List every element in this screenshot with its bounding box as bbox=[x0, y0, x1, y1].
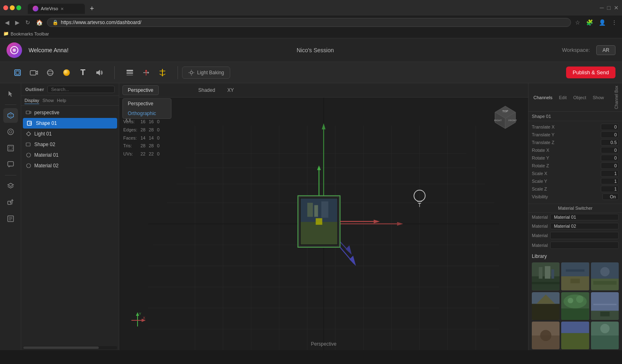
back-button[interactable]: ◀ bbox=[3, 18, 11, 27]
svg-rect-133 bbox=[561, 308, 589, 320]
viewport-canvas[interactable]: Verts: 16 16 0 Edges: 28 28 0 Faces: bbox=[119, 98, 528, 350]
sidebar-frame-icon[interactable] bbox=[3, 141, 18, 155]
outliner-item-perspective[interactable]: perspective bbox=[21, 107, 119, 118]
app-header: Welcome Anna! Nico's Session Workspace: … bbox=[0, 38, 622, 62]
svg-rect-24 bbox=[8, 145, 13, 151]
verts-c: 0 bbox=[157, 118, 163, 126]
sidebar-layers-icon[interactable] bbox=[3, 179, 18, 193]
new-tab-button[interactable]: + bbox=[87, 4, 98, 14]
light-baking-button[interactable]: Light Baking bbox=[182, 67, 230, 79]
library-thumb-8[interactable] bbox=[561, 322, 589, 349]
layers-tool-button[interactable] bbox=[122, 65, 138, 80]
outliner-tab-show[interactable]: Show bbox=[42, 97, 54, 104]
perspective-option[interactable]: Perspective bbox=[123, 99, 171, 109]
mat-value-4[interactable] bbox=[550, 242, 619, 249]
main-content: Outliner Display Show Help perspe bbox=[0, 83, 622, 350]
rotate-x-input[interactable] bbox=[601, 147, 619, 153]
library-thumb-6[interactable] bbox=[591, 292, 619, 320]
sidebar-3d-icon[interactable] bbox=[3, 108, 18, 123]
translate-x-input[interactable] bbox=[601, 124, 619, 130]
sidebar-chat-icon[interactable] bbox=[3, 157, 18, 172]
shaded-tab[interactable]: Shaded bbox=[193, 85, 220, 95]
outliner-item-material01[interactable]: Material 01 bbox=[21, 150, 119, 160]
sidebar-shape-icon[interactable] bbox=[3, 124, 18, 139]
url-bar[interactable]: 🔒 https://www.artevrso.com/dashboard/ bbox=[47, 18, 571, 27]
win-minimize[interactable]: ─ bbox=[600, 4, 604, 11]
scale-y-input[interactable] bbox=[601, 178, 619, 184]
home-button[interactable]: 🏠 bbox=[34, 18, 44, 27]
camera-tool-button[interactable] bbox=[26, 65, 42, 80]
prop-scale-y: Scale Y bbox=[532, 178, 619, 184]
translate-y-label: Translate Y bbox=[532, 132, 555, 137]
outliner-horizontal-scrollbar[interactable] bbox=[23, 346, 117, 349]
outliner-item-shape02[interactable]: Shape 02 bbox=[21, 139, 119, 150]
extensions-button[interactable]: 🧩 bbox=[584, 18, 595, 27]
svg-rect-4 bbox=[30, 71, 36, 75]
forward-button[interactable]: ▶ bbox=[13, 18, 21, 27]
translate-z-input[interactable] bbox=[601, 139, 619, 146]
outliner-tab-help[interactable]: Help bbox=[57, 97, 67, 104]
library-thumb-7[interactable] bbox=[532, 322, 560, 349]
rpanel-tab-channels[interactable]: Channels bbox=[532, 94, 554, 101]
mat-value-2[interactable]: Material 02 bbox=[550, 223, 619, 229]
mat-value-1[interactable]: Material 01 bbox=[550, 214, 619, 220]
profile-button[interactable]: 👤 bbox=[597, 18, 607, 27]
outliner-search-input[interactable] bbox=[47, 86, 115, 93]
rpanel-tab-object[interactable]: Object bbox=[571, 94, 588, 101]
library-thumb-5[interactable] bbox=[561, 292, 589, 320]
outliner-item-light01[interactable]: Light 01 bbox=[21, 129, 119, 139]
sidebar-add-icon[interactable] bbox=[3, 195, 18, 210]
library-thumb-3[interactable] bbox=[591, 262, 619, 290]
object-tool-button[interactable] bbox=[42, 65, 58, 80]
text-tool-button[interactable]: T bbox=[75, 65, 91, 80]
outliner-item-material02[interactable]: Material 02 bbox=[21, 160, 119, 171]
bookmark-button[interactable]: ☆ bbox=[573, 18, 582, 27]
outliner-item-label-perspective: perspective bbox=[34, 110, 59, 115]
library-thumb-9[interactable] bbox=[591, 322, 619, 349]
orthographic-option[interactable]: Orthographic bbox=[123, 109, 171, 118]
material-tool-button[interactable] bbox=[59, 65, 74, 80]
xy-tab[interactable]: XY bbox=[222, 85, 239, 95]
rpanel-tab-show[interactable]: Show bbox=[591, 94, 606, 101]
scale-z-input[interactable] bbox=[601, 186, 619, 192]
workspace-button[interactable]: AR bbox=[596, 45, 615, 55]
minimize-button[interactable] bbox=[10, 5, 15, 10]
library-thumb-4[interactable] bbox=[532, 292, 560, 320]
translate-z-label: Translate Z bbox=[532, 140, 554, 145]
rotate-y-input[interactable] bbox=[601, 155, 619, 161]
stats-row-tris: Tris: 28 28 0 bbox=[123, 142, 163, 150]
maximize-button[interactable] bbox=[16, 5, 21, 10]
library-thumb-1[interactable] bbox=[532, 262, 560, 290]
rotate-z-input[interactable] bbox=[601, 162, 619, 169]
toolbar-group-1: T bbox=[7, 65, 110, 80]
select-tool-button[interactable] bbox=[10, 65, 25, 80]
svg-rect-11 bbox=[127, 72, 133, 74]
svg-text:RIGHT: RIGHT bbox=[494, 119, 502, 122]
prop-rotate-y: Rotate Y bbox=[532, 155, 619, 161]
translate-y-input[interactable] bbox=[601, 131, 619, 138]
library-thumb-2[interactable] bbox=[561, 262, 589, 290]
menu-button[interactable]: ⋮ bbox=[610, 18, 619, 27]
perspective-tab[interactable]: Perspective bbox=[122, 85, 159, 95]
mat-value-3[interactable] bbox=[550, 232, 619, 239]
stats-row-faces: Faces: 14 14 0 bbox=[123, 134, 163, 142]
close-button[interactable] bbox=[3, 5, 8, 10]
transform-tool-button[interactable] bbox=[138, 65, 154, 80]
tab-close-icon[interactable]: × bbox=[60, 6, 64, 12]
audio-tool-button[interactable] bbox=[91, 65, 107, 80]
rpanel-tab-edit[interactable]: Edit bbox=[557, 94, 568, 101]
scale-x-input[interactable] bbox=[601, 170, 619, 177]
sidebar-list-icon[interactable] bbox=[3, 211, 18, 226]
refresh-button[interactable]: ↻ bbox=[24, 18, 32, 27]
win-close[interactable]: ✕ bbox=[614, 4, 619, 11]
material02-item-icon bbox=[25, 162, 32, 169]
navigation-cube[interactable]: TOP RIGHT FRONT bbox=[489, 104, 522, 133]
sidebar-cursor-icon[interactable] bbox=[3, 87, 18, 101]
anchor-tool-button[interactable] bbox=[155, 65, 170, 80]
outliner-item-shape01[interactable]: Shape 01 bbox=[23, 118, 117, 129]
outliner-tab-display[interactable]: Display bbox=[24, 97, 39, 104]
svg-rect-36 bbox=[26, 111, 30, 114]
publish-send-button[interactable]: Publish & Send bbox=[566, 67, 615, 78]
win-restore[interactable]: □ bbox=[607, 4, 611, 11]
active-tab[interactable]: ArteVrso × bbox=[28, 4, 85, 14]
